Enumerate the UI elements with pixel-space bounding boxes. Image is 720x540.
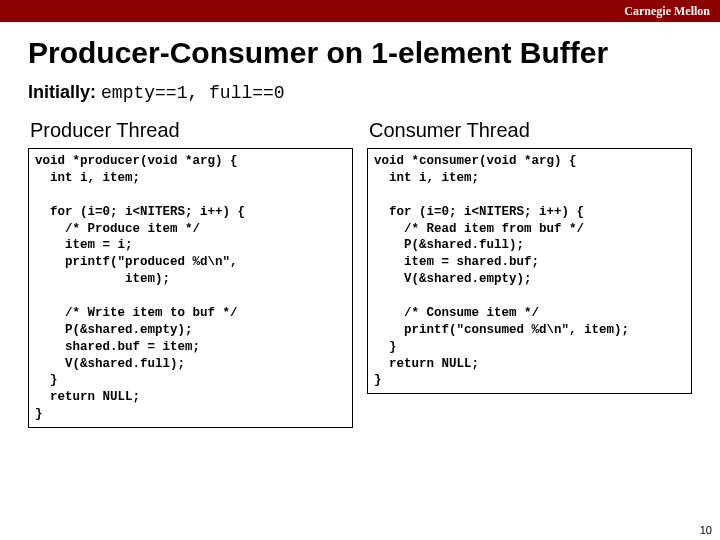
columns: Producer Thread void *producer(void *arg… (28, 119, 692, 428)
initial-condition: Initially: empty==1, full==0 (28, 82, 692, 103)
initially-label: Initially: (28, 82, 96, 102)
slide-content: Producer-Consumer on 1-element Buffer In… (0, 22, 720, 428)
initially-expr: empty==1, full==0 (101, 83, 285, 103)
consumer-heading: Consumer Thread (367, 119, 692, 142)
brand-label: Carnegie Mellon (624, 4, 710, 18)
producer-heading: Producer Thread (28, 119, 353, 142)
topbar: Carnegie Mellon (0, 0, 720, 22)
consumer-column: Consumer Thread void *consumer(void *arg… (367, 119, 692, 428)
consumer-code: void *consumer(void *arg) { int i, item;… (374, 153, 685, 389)
producer-column: Producer Thread void *producer(void *arg… (28, 119, 353, 428)
producer-codebox: void *producer(void *arg) { int i, item;… (28, 148, 353, 428)
page-number: 10 (700, 524, 712, 536)
producer-code: void *producer(void *arg) { int i, item;… (35, 153, 346, 423)
consumer-codebox: void *consumer(void *arg) { int i, item;… (367, 148, 692, 394)
slide-title: Producer-Consumer on 1-element Buffer (28, 36, 692, 70)
